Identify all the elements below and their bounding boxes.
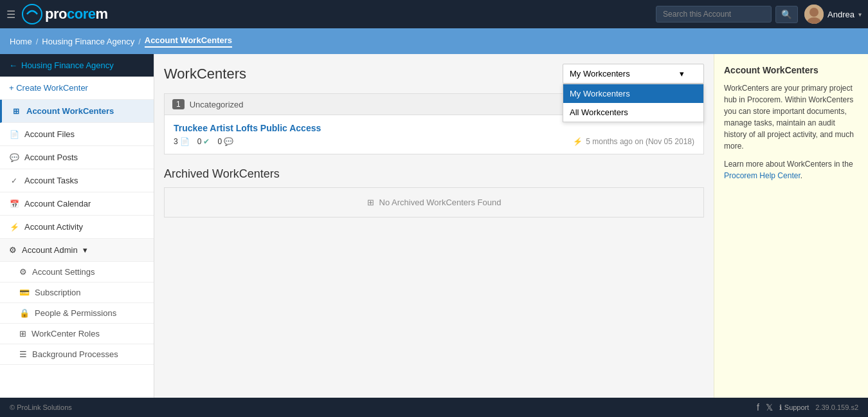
breadcrumb-sep-1: / [36, 37, 39, 46]
sidebar-item-label: Account Files [24, 129, 75, 139]
tasks-count: 0 [197, 137, 202, 146]
sidebar-sub-label: Subscription [35, 288, 81, 297]
files-count: 3 [174, 137, 178, 146]
sidebar-item-settings[interactable]: ⚙ Account Settings [0, 262, 154, 283]
settings-icon: ⚙ [19, 267, 27, 277]
tasks-meta: 0 ✔ [197, 137, 210, 146]
main-layout: Housing Finance Agency + Create WorkCent… [0, 54, 868, 398]
permissions-icon: 🔒 [19, 308, 30, 318]
sidebar-item-posts[interactable]: 💬 Account Posts [0, 146, 154, 169]
activity-icon: ⚡ [9, 223, 19, 232]
sidebar: Housing Finance Agency + Create WorkCent… [0, 54, 154, 398]
admin-icon: ⚙ [9, 245, 17, 255]
sidebar-item-permissions[interactable]: 🔒 People & Permissions [0, 303, 154, 324]
posts-icon: 💬 [9, 153, 19, 162]
svg-point-2 [809, 8, 818, 17]
filter-dropdown-wrapper: My Workcenters ▾ My Workcenters All Work… [563, 64, 704, 84]
subscription-icon: 💳 [19, 288, 30, 297]
background-icon: ☰ [19, 349, 27, 359]
sidebar-sub-label: People & Permissions [35, 308, 116, 318]
chevron-down-icon: ▾ [680, 69, 684, 79]
search-area: 🔍 [656, 6, 798, 23]
footer-right: f 𝕏 ℹ Support 2.39.0.159.s2 [757, 402, 858, 412]
filter-selected-value: My Workcenters [570, 69, 630, 79]
sidebar-item-background[interactable]: ☰ Background Processes [0, 344, 154, 365]
info-link-paragraph: Learn more about WorkCenters in the Proc… [724, 158, 858, 181]
info-panel: Account WorkCenters WorkCenters are your… [714, 54, 868, 398]
breadcrumb-agency[interactable]: Housing Finance Agency [42, 37, 134, 46]
footer: © ProLink Solutions f 𝕏 ℹ Support 2.39.0… [0, 398, 868, 417]
tasks-icon: ✓ [9, 176, 19, 185]
logo-text: procorem [45, 6, 108, 23]
files-meta: 3 📄 [174, 137, 190, 146]
sidebar-item-label: Account Posts [24, 153, 78, 162]
comment-icon: 💬 [224, 137, 233, 146]
search-input[interactable] [656, 6, 772, 23]
sidebar-sub-label: WorkCenter Roles [32, 329, 100, 338]
user-menu[interactable]: Andrea ▾ [804, 5, 862, 24]
info-link-post: . [800, 171, 802, 180]
activity-timestamp: ⚡ 5 months ago on (Nov 05 2018) [573, 137, 694, 146]
sidebar-item-activity[interactable]: ⚡ Account Activity [0, 216, 154, 239]
group-count: 1 [172, 99, 185, 109]
filter-dropdown-trigger[interactable]: My Workcenters ▾ [563, 64, 704, 84]
breadcrumb-home[interactable]: Home [10, 37, 32, 46]
sidebar-item-subscription[interactable]: 💳 Subscription [0, 283, 154, 303]
files-icon: 📄 [9, 130, 19, 139]
sidebar-item-tasks[interactable]: ✓ Account Tasks [0, 169, 154, 192]
user-dropdown-arrow: ▾ [858, 11, 862, 18]
info-title: Account WorkCenters [724, 64, 858, 77]
sidebar-item-label: Account Tasks [24, 176, 78, 185]
sidebar-item-workcenters[interactable]: ⊞ Account WorkCenters [0, 100, 154, 123]
sidebar-section-admin[interactable]: ⚙ Account Admin ▾ [0, 239, 154, 262]
twitter-icon[interactable]: 𝕏 [766, 402, 773, 412]
sidebar-sub-label: Account Settings [32, 267, 95, 277]
top-navigation: ☰ procorem 🔍 Andrea ▾ [0, 0, 868, 28]
info-circle-icon: ℹ [779, 403, 782, 412]
filter-dropdown-menu: My Workcenters All Workcenters [563, 84, 704, 122]
admin-chevron-icon: ▾ [83, 245, 87, 255]
sidebar-back-button[interactable]: Housing Finance Agency [0, 54, 154, 77]
breadcrumb-sep-2: / [138, 37, 141, 46]
breadcrumb: Home / Housing Finance Agency / Account … [0, 28, 868, 54]
sidebar-item-calendar[interactable]: 📅 Account Calendar [0, 192, 154, 216]
comments-meta: 0 💬 [217, 137, 233, 146]
workcenter-icon: ⊞ [11, 107, 21, 116]
workcenters-title: WorkCenters [164, 66, 246, 82]
comments-count: 0 [217, 137, 222, 146]
file-icon: 📄 [180, 137, 190, 146]
roles-icon: ⊞ [19, 329, 26, 338]
sidebar-item-roles[interactable]: ⊞ WorkCenter Roles [0, 324, 154, 344]
main-content: WorkCenters My Workcenters ▾ My Workcent… [154, 54, 714, 398]
filter-option-my-workcenters[interactable]: My Workcenters [563, 84, 703, 103]
sidebar-sub-label: Background Processes [32, 349, 118, 359]
facebook-icon[interactable]: f [757, 402, 759, 412]
breadcrumb-current: Account WorkCenters [145, 35, 232, 48]
svg-point-0 [23, 5, 42, 24]
avatar [804, 5, 824, 24]
archived-section: Archived WorkCenters ⊞ No Archived WorkC… [164, 167, 704, 218]
filter-option-all-workcenters[interactable]: All Workcenters [563, 103, 703, 122]
search-button[interactable]: 🔍 [775, 6, 798, 23]
check-icon: ✔ [203, 137, 210, 146]
create-workcenter-button[interactable]: + Create WorkCenter [0, 77, 154, 100]
help-center-link[interactable]: Procorem Help Center [724, 171, 800, 180]
sidebar-item-label: Account WorkCenters [26, 106, 114, 116]
user-name: Andrea [827, 10, 854, 19]
info-body: WorkCenters are your primary project hub… [724, 82, 858, 152]
support-link[interactable]: ℹ Support [779, 403, 809, 412]
logo[interactable]: procorem [22, 4, 108, 24]
archived-empty-text: No Archived WorkCenters Found [379, 198, 502, 207]
support-label: Support [784, 403, 809, 411]
version-text: 2.39.0.159.s2 [815, 403, 858, 411]
hamburger-menu[interactable]: ☰ [6, 8, 15, 21]
calendar-icon: 📅 [9, 199, 19, 208]
sidebar-item-files[interactable]: 📄 Account Files [0, 123, 154, 146]
grid-icon: ⊞ [367, 198, 374, 207]
sidebar-item-label: Account Activity [24, 222, 83, 232]
archived-title: Archived WorkCenters [164, 167, 704, 181]
activity-time-text: 5 months ago on (Nov 05 2018) [586, 137, 694, 146]
workcenter-name-link[interactable]: Truckee Artist Lofts Public Access [174, 123, 694, 133]
group-label: Uncategorized [190, 100, 244, 109]
archived-empty-message: ⊞ No Archived WorkCenters Found [164, 187, 704, 218]
